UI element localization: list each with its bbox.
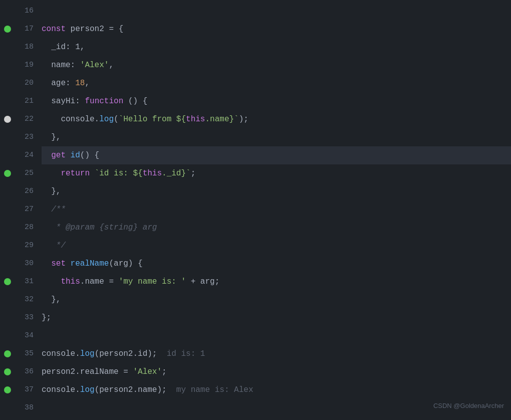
gutter-row: 16 <box>0 2 38 20</box>
code-line: const person2 = { <box>42 20 511 38</box>
line-number: 27 <box>25 200 34 219</box>
code-token: realName <box>71 255 109 273</box>
code-token: 'Alex' <box>80 56 109 74</box>
breakpoint-indicator <box>4 350 11 357</box>
code-line: }; <box>42 309 511 327</box>
gutter-row: 22 <box>0 110 38 128</box>
code-token: this <box>61 273 80 291</box>
code-token: ); <box>239 110 248 128</box>
line-number: 18 <box>25 38 34 56</box>
code-token: set <box>51 255 70 273</box>
line-number: 37 <box>25 381 34 399</box>
code-line: return `id is: ${this._id}`; <box>42 164 511 182</box>
code-line <box>42 327 511 345</box>
gutter-row: 32 <box>0 291 38 309</box>
gutter-row: 27 <box>0 200 38 219</box>
gutter-row: 36 <box>0 363 38 381</box>
gutter-row: 18 <box>0 38 38 56</box>
line-number: 35 <box>25 345 34 363</box>
code-token: */ <box>42 237 66 255</box>
gutter-row: 33 <box>0 309 38 327</box>
code-line: console.log(`Hello from ${this.name}`); <box>42 110 511 128</box>
line-number: 28 <box>25 219 34 237</box>
line-gutter: 1617181920212223242526272829303132333435… <box>0 2 38 420</box>
gutter-row: 37 <box>0 381 38 399</box>
code-token: () { <box>128 92 147 110</box>
code-token: age: <box>42 74 75 92</box>
code-content: const person2 = { _id: 1, name: 'Alex', … <box>38 2 511 420</box>
code-line <box>42 2 511 20</box>
code-token: }, <box>42 291 61 309</box>
breakpoint-indicator <box>4 116 11 123</box>
code-token: person2.realName = <box>42 363 133 381</box>
code-token: const <box>42 20 71 38</box>
code-token: log <box>99 110 114 128</box>
gutter-row: 20 <box>0 74 38 92</box>
code-line: set realName(arg) { <box>42 255 511 273</box>
code-token: console. <box>42 381 80 399</box>
code-token: * @param {string} arg <box>42 219 157 237</box>
code-line: /** <box>42 200 511 219</box>
code-token: function <box>85 92 128 110</box>
code-token: get <box>51 146 70 164</box>
line-number: 20 <box>25 74 34 92</box>
code-token: id is: 1 <box>167 345 205 363</box>
code-token: 'my name is: ' <box>119 273 186 291</box>
code-token: }, <box>42 128 61 146</box>
line-number: 38 <box>25 399 34 417</box>
code-token: `Hello from ${ <box>119 110 186 128</box>
gutter-row: 17 <box>0 20 38 38</box>
code-token: /** <box>42 200 66 219</box>
code-token: return <box>61 164 94 182</box>
code-token: , <box>109 56 114 74</box>
gutter-row: 23 <box>0 128 38 146</box>
code-line: name: 'Alex', <box>42 56 511 74</box>
line-number: 21 <box>25 92 34 110</box>
breakpoint-indicator <box>4 386 11 393</box>
line-number: 22 <box>25 110 34 128</box>
gutter-row: 38 <box>0 399 38 417</box>
breakpoint-indicator <box>4 368 11 375</box>
code-line: }, <box>42 291 511 309</box>
code-token: (arg) { <box>109 255 142 273</box>
code-token: this <box>143 164 162 182</box>
gutter-row: 21 <box>0 92 38 110</box>
code-token: log <box>80 345 95 363</box>
code-token: .name}` <box>205 110 238 128</box>
line-number: 17 <box>25 20 34 38</box>
code-token: console. <box>42 345 80 363</box>
breakpoint-indicator <box>4 26 11 33</box>
code-token: my name is: Alex <box>176 381 253 399</box>
code-line: console.log(person2.id); id is: 1 <box>42 345 511 363</box>
gutter-row: 29 <box>0 237 38 255</box>
code-line: console.log(person2.name); my name is: A… <box>42 381 511 399</box>
breakpoint-indicator <box>4 170 11 177</box>
gutter-row: 34 <box>0 327 38 345</box>
line-number: 30 <box>25 255 34 273</box>
code-line: }, <box>42 128 511 146</box>
gutter-row: 28 <box>0 219 38 237</box>
code-line: sayHi: function () { <box>42 92 511 110</box>
code-token: ; <box>162 363 167 381</box>
line-number: 34 <box>25 327 34 345</box>
code-token: 18 <box>75 74 85 92</box>
code-token: .name = <box>80 273 119 291</box>
line-number: 23 <box>25 128 34 146</box>
line-number: 31 <box>25 273 34 291</box>
code-token: () { <box>80 146 99 164</box>
line-number: 36 <box>25 363 34 381</box>
line-number: 16 <box>25 2 34 20</box>
code-line: _id: 1, <box>42 38 511 56</box>
code-token: sayHi: <box>42 92 85 110</box>
code-token <box>42 255 51 273</box>
code-token: }, <box>42 182 61 200</box>
watermark: CSDN @GoldenaArcher <box>433 397 504 415</box>
line-number: 29 <box>25 237 34 255</box>
line-number: 26 <box>25 182 34 200</box>
code-token: person2 = { <box>71 20 124 38</box>
code-token <box>42 273 61 291</box>
code-token: ; <box>191 164 196 182</box>
code-token: console. <box>42 110 99 128</box>
gutter-row: 30 <box>0 255 38 273</box>
gutter-row: 19 <box>0 56 38 74</box>
